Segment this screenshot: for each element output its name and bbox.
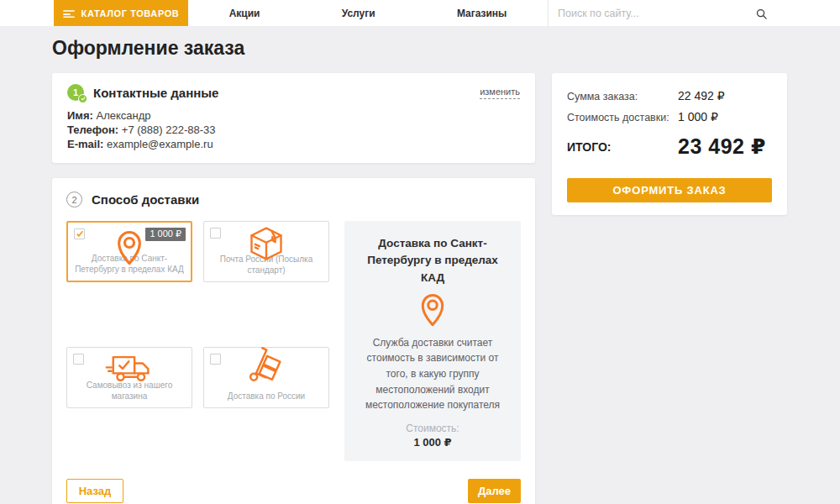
delivery-card: 2 Способ доставки 1 000 ₽ [52,178,535,504]
delivery-option-post[interactable]: Почта России (Посылка стандарт) [203,221,329,282]
search-icon [755,8,772,20]
delivery-cost-label: Стоимость: [355,423,510,434]
delivery-detail-panel: Доставка по Санкт-Петербургу в пределах … [344,221,521,461]
delivery-option-label: Самовывоз из нашего магазина [67,380,192,407]
search-button[interactable] [755,6,772,21]
contact-name-row: Имя: Александр [67,108,520,123]
page-title: Оформление заказа [52,37,788,60]
delivery-option-spb[interactable]: 1 000 ₽ Доставка по Санкт-Петербургу в п… [66,221,192,282]
top-header: КАТАЛОГ ТОВАРОВ Акции Услуги Магазины [0,0,840,26]
delivery-option-russia-checkbox[interactable] [210,354,221,365]
delivery-option-label: Почта России (Посылка стандарт) [204,254,328,281]
next-button[interactable]: Далее [468,479,521,503]
delivery-cost-value: 1 000 ₽ [355,436,510,449]
contact-edit-link[interactable]: изменить [480,86,520,98]
delivery-option-label: Доставка по Санкт-Петербургу в пределах … [68,253,191,281]
step-2-badge: 2 [66,192,82,207]
nav-item-promos[interactable]: Акции [229,8,260,19]
catalog-button-label: КАТАЛОГ ТОВАРОВ [81,8,180,18]
delivery-option-spb-price-badge: 1 000 ₽ [145,228,186,241]
step-1-check-icon [78,94,87,103]
order-summary-column: Сумма заказа: 22 492 ₽ Стоимость доставк… [552,73,787,215]
order-summary-card: Сумма заказа: 22 492 ₽ Стоимость доставк… [552,73,787,215]
header-divider [548,0,549,26]
summary-subtotal-value: 22 492 ₽ [678,89,725,102]
summary-shipping-row: Стоимость доставки: 1 000 ₽ [567,110,772,123]
submit-order-button[interactable]: ОФОРМИТЬ ЗАКАЗ [567,178,772,202]
summary-subtotal-row: Сумма заказа: 22 492 ₽ [567,89,772,102]
contact-phone-row: Телефон: +7 (888) 222-88-33 [67,123,520,137]
back-button[interactable]: Назад [66,479,123,503]
delivery-detail-title: Доставка по Санкт-Петербургу в пределах … [355,235,510,286]
contact-card: 1 Контактные данные изменить Имя: Алекса… [52,73,535,163]
checkout-steps-column: 1 Контактные данные изменить Имя: Алекса… [52,73,535,504]
summary-shipping-value: 1 000 ₽ [678,110,718,123]
hand-truck-icon [204,350,328,389]
delivery-detail-description: Служба доставки считает стоимость в зави… [355,335,510,413]
contact-card-title: Контактные данные [93,86,218,100]
delivery-option-russia[interactable]: Доставка по России [203,347,329,408]
nav-item-stores[interactable]: Магазины [457,8,507,19]
contact-email-row: E-mail: example@example.ru [67,137,520,151]
search-input[interactable] [558,0,744,26]
summary-total-row: ИТОГО: 23 492 ₽ [567,134,772,159]
summary-total-label: ИТОГО: [567,140,678,154]
delivery-option-pickup-checkbox[interactable] [73,354,84,365]
menu-icon [63,9,75,18]
delivery-option-pickup[interactable]: Самовывоз из нашего магазина [66,347,192,408]
delivery-options-grid: 1 000 ₽ Доставка по Санкт-Петербургу в п… [66,221,329,461]
delivery-card-title: Способ доставки [92,192,199,207]
contact-fields: Имя: Александр Телефон: +7 (888) 222-88-… [67,108,520,151]
checkout-page: Оформление заказа 1 Контактные данные из… [0,37,840,504]
location-pin-icon [355,292,510,331]
delivery-option-post-checkbox[interactable] [210,228,221,239]
summary-subtotal-label: Сумма заказа: [567,91,678,102]
main-nav: Акции Услуги Магазины [188,0,548,26]
catalog-button[interactable]: КАТАЛОГ ТОВАРОВ [54,0,188,26]
nav-item-services[interactable]: Услуги [342,8,375,19]
summary-total-value: 23 492 ₽ [678,134,766,159]
summary-shipping-label: Стоимость доставки: [567,112,678,123]
delivery-option-spb-checkbox[interactable] [74,228,85,239]
delivery-option-label: Доставка по России [223,391,309,407]
step-1-badge: 1 [67,84,84,101]
